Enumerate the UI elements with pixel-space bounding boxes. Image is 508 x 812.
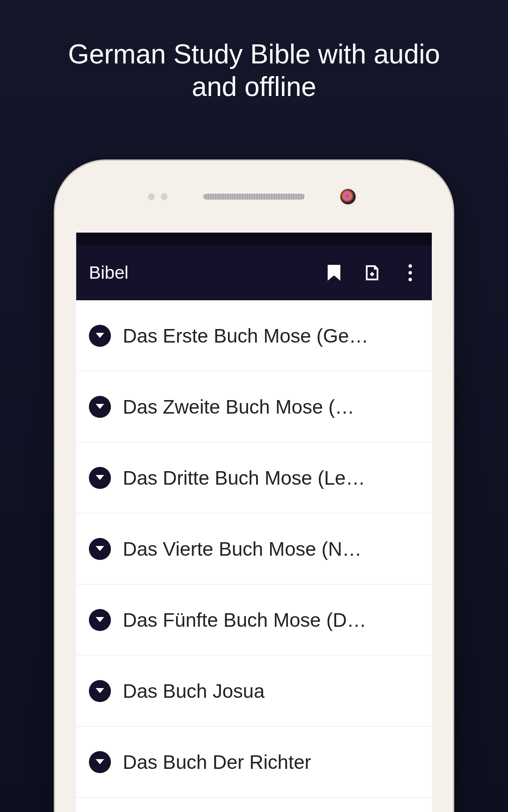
phone-camera <box>340 189 356 204</box>
phone-frame: Bibel Das Erste Buch Mose (Ge… Da <box>55 161 453 812</box>
book-label: Das Zweite Buch Mose (… <box>123 395 354 418</box>
list-item[interactable]: Das Dritte Buch Mose (Le… <box>76 442 432 513</box>
book-label: Das Fünfte Buch Mose (D… <box>123 609 366 631</box>
book-list: Das Erste Buch Mose (Ge… Das Zweite Buch… <box>76 300 432 812</box>
status-bar <box>76 233 432 245</box>
sensor-dots <box>148 193 168 200</box>
chevron-down-icon <box>89 538 111 560</box>
list-item[interactable]: Das Buch Ruth <box>76 798 432 812</box>
list-item[interactable]: Das Zweite Buch Mose (… <box>76 371 432 442</box>
book-label: Das Dritte Buch Mose (Le… <box>123 466 365 489</box>
app-bar: Bibel <box>76 245 432 300</box>
book-label: Das Buch Der Richter <box>123 751 311 774</box>
book-label: Das Vierte Buch Mose (N… <box>123 538 362 560</box>
list-item[interactable]: Das Buch Der Richter <box>76 727 432 798</box>
list-item[interactable]: Das Erste Buch Mose (Ge… <box>76 300 432 371</box>
chevron-down-icon <box>89 467 111 489</box>
list-item[interactable]: Das Vierte Buch Mose (N… <box>76 513 432 584</box>
phone-screen: Bibel Das Erste Buch Mose (Ge… Da <box>76 233 432 812</box>
phone-speaker <box>203 194 305 200</box>
bookmark-icon[interactable] <box>325 264 343 282</box>
app-title: Bibel <box>89 263 325 283</box>
phone-top-sensors <box>55 161 453 233</box>
list-item[interactable]: Das Buch Josua <box>76 656 432 727</box>
chevron-down-icon <box>89 680 111 702</box>
chevron-down-icon <box>89 325 111 347</box>
chevron-down-icon <box>89 751 111 773</box>
book-label: Das Buch Josua <box>123 680 265 702</box>
chevron-down-icon <box>89 396 111 418</box>
list-item[interactable]: Das Fünfte Buch Mose (D… <box>76 584 432 656</box>
note-add-icon[interactable] <box>363 264 381 282</box>
app-actions <box>325 264 419 282</box>
promo-headline: German Study Bible with audio and offlin… <box>0 0 508 103</box>
chevron-down-icon <box>89 609 111 631</box>
overflow-menu-icon[interactable] <box>401 264 419 282</box>
book-label: Das Erste Buch Mose (Ge… <box>123 324 368 347</box>
